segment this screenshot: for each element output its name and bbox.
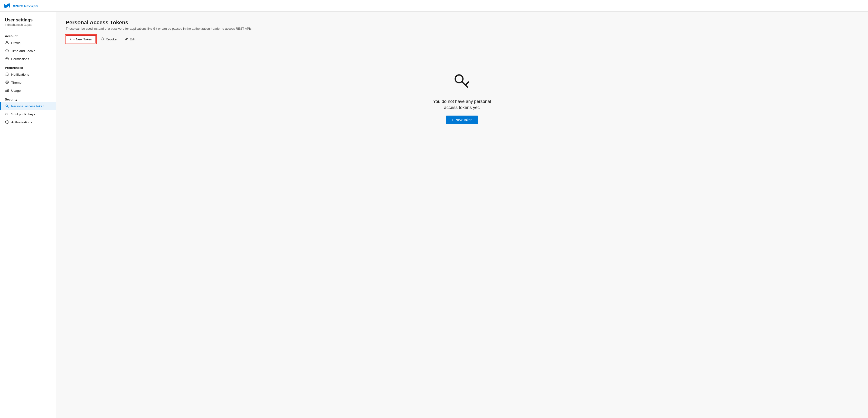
- notifications-label: Notifications: [11, 73, 29, 76]
- main-content: Personal Access Tokens These can be used…: [56, 12, 868, 418]
- authorizations-label: Authorizations: [11, 120, 32, 124]
- azure-devops-logo-icon: [4, 2, 11, 9]
- theme-icon: [5, 80, 9, 85]
- notifications-icon: [5, 72, 9, 77]
- time-locale-icon: [5, 49, 9, 53]
- personal-access-token-icon: [5, 104, 9, 108]
- personal-access-token-label: Personal access token: [11, 104, 44, 108]
- empty-state-text: You do not have any personal access toke…: [428, 99, 496, 111]
- topbar: Azure DevOps: [0, 0, 868, 12]
- svg-point-2: [6, 57, 8, 60]
- sidebar-item-notifications[interactable]: Notifications: [0, 71, 56, 79]
- edit-icon: [125, 37, 128, 41]
- page-title: Personal Access Tokens: [66, 20, 858, 26]
- ssh-public-keys-label: SSH public keys: [11, 112, 35, 116]
- sidebar-section-preferences: Preferences: [0, 63, 56, 71]
- toolbar: + + New Token Revoke Edit: [66, 35, 858, 43]
- sidebar-section-account: Account: [0, 31, 56, 39]
- empty-state-new-token-button[interactable]: + New Token: [446, 115, 477, 124]
- sidebar-item-authorizations[interactable]: Authorizations: [0, 118, 56, 126]
- empty-new-token-label: New Token: [456, 118, 472, 122]
- svg-point-9: [6, 113, 7, 115]
- theme-label: Theme: [11, 81, 22, 84]
- sidebar-item-profile[interactable]: Profile: [0, 39, 56, 47]
- time-locale-label: Time and Locale: [11, 49, 35, 53]
- sidebar-item-theme[interactable]: Theme: [0, 79, 56, 86]
- edit-button[interactable]: Edit: [121, 35, 139, 43]
- revoke-button[interactable]: Revoke: [97, 35, 120, 43]
- sidebar-item-usage[interactable]: Usage: [0, 86, 56, 95]
- usage-label: Usage: [11, 89, 21, 93]
- sidebar-header: User settings Indradhanush Gupta: [0, 18, 56, 31]
- sidebar-section-security: Security: [0, 95, 56, 102]
- svg-rect-7: [8, 89, 8, 92]
- azure-devops-logo[interactable]: Azure DevOps: [4, 2, 38, 9]
- app-layout: User settings Indradhanush Gupta Account…: [0, 12, 868, 418]
- sidebar: User settings Indradhanush Gupta Account…: [0, 12, 56, 418]
- ssh-keys-icon: [5, 112, 9, 116]
- svg-rect-6: [7, 90, 7, 92]
- new-token-plus-icon: +: [70, 37, 71, 41]
- sidebar-item-ssh-public-keys[interactable]: SSH public keys: [0, 110, 56, 118]
- authorizations-icon: [5, 120, 9, 125]
- usage-icon: [5, 88, 9, 93]
- sidebar-item-time-locale[interactable]: Time and Locale: [0, 47, 56, 55]
- svg-point-0: [6, 41, 8, 43]
- new-token-label: + New Token: [73, 37, 92, 41]
- empty-state: You do not have any personal access toke…: [66, 51, 858, 144]
- sidebar-item-permissions[interactable]: Permissions: [0, 55, 56, 63]
- sidebar-title: User settings: [5, 18, 51, 23]
- sidebar-item-personal-access-token[interactable]: Personal access token: [0, 102, 56, 110]
- svg-rect-5: [6, 91, 6, 92]
- permissions-label: Permissions: [11, 57, 29, 61]
- new-token-button[interactable]: + + New Token: [66, 35, 96, 43]
- empty-new-token-plus-icon: +: [452, 118, 454, 122]
- edit-label: Edit: [130, 37, 135, 41]
- key-icon: [452, 71, 472, 93]
- revoke-icon: [101, 37, 104, 41]
- revoke-label: Revoke: [105, 37, 117, 41]
- page-subtitle: These can be used instead of a password …: [66, 27, 858, 30]
- svg-point-3: [7, 58, 8, 59]
- profile-label: Profile: [11, 41, 21, 45]
- logo-text: Azure DevOps: [13, 4, 38, 8]
- sidebar-subtitle: Indradhanush Gupta: [5, 23, 51, 27]
- permissions-icon: [5, 57, 9, 61]
- profile-icon: [5, 41, 9, 45]
